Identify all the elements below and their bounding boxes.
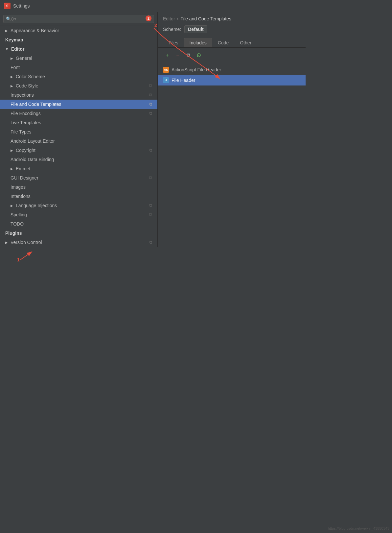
arrow-icon: ▶ — [11, 57, 13, 60]
copy-icon: ⧉ — [149, 175, 152, 181]
list-item[interactable]: AS ActionScript File Header — [158, 64, 306, 75]
nav-label: Keymap — [5, 37, 23, 42]
copy-icon: ⧉ — [149, 92, 152, 98]
nav-item-android-layout-editor[interactable]: Android Layout Editor — [0, 136, 157, 146]
scheme-label: Scheme: — [163, 27, 181, 32]
add-button[interactable]: + — [163, 51, 172, 60]
nav-item-editor[interactable]: ▼ Editor — [0, 44, 157, 54]
nav-label: Intentions — [11, 194, 31, 199]
copy-icon: ⧉ — [149, 102, 152, 107]
arrow-icon: ▶ — [5, 29, 8, 33]
remove-button[interactable]: − — [173, 51, 182, 60]
tab-includes[interactable]: Includes — [184, 38, 212, 47]
nav-item-file-types[interactable]: File Types — [0, 127, 157, 136]
badge-2: 2 — [146, 15, 151, 21]
svg-line-2 — [20, 252, 32, 260]
nav-item-color-scheme[interactable]: ▶ Color Scheme — [0, 72, 157, 81]
nav-label: General — [16, 56, 32, 61]
java-icon: J — [163, 77, 169, 83]
breadcrumb-parent: Editor — [163, 16, 175, 21]
nav-label: File and Code Templates — [11, 102, 61, 107]
arrow-icon: ▼ — [5, 47, 9, 51]
nav-item-copyright[interactable]: ▶ Copyright ⧉ — [0, 146, 157, 155]
nav-label: Font — [11, 65, 20, 70]
nav-item-spelling[interactable]: Spelling ⧉ — [0, 210, 157, 219]
copy-icon: ⧉ — [149, 212, 152, 217]
nav-label: GUI Designer — [11, 175, 38, 181]
window-title: Settings — [13, 3, 30, 9]
right-panel: Editor › File and Code Templates Scheme:… — [158, 12, 306, 247]
list-item-selected[interactable]: J File Header — [158, 75, 306, 85]
nav-item-file-code-templates[interactable]: File and Code Templates ⧉ — [0, 100, 157, 109]
nav-label: Plugins — [5, 230, 22, 236]
nav-item-keymap[interactable]: Keymap — [0, 35, 157, 44]
search-icon: 🔍 — [6, 16, 11, 21]
nav-label: Appearance & Behavior — [11, 28, 59, 33]
breadcrumb-separator: › — [177, 16, 179, 21]
nav-label: Copyright — [16, 148, 35, 153]
copy-icon: ⧉ — [149, 111, 152, 116]
search-bar: 🔍 2 — [0, 12, 157, 26]
copy-icon: ⧉ — [149, 83, 152, 88]
title-bar: S Settings — [0, 0, 306, 12]
scheme-value[interactable]: Default — [184, 25, 207, 33]
nav-label: Android Layout Editor — [11, 138, 55, 144]
nav-item-appearance[interactable]: ▶ Appearance & Behavior — [0, 26, 157, 35]
svg-text:1: 1 — [17, 257, 20, 262]
reset-button[interactable] — [195, 51, 203, 60]
arrow-icon: ▶ — [11, 75, 13, 79]
app-icon: S — [4, 3, 11, 9]
arrow-icon: ▶ — [5, 241, 8, 244]
copy-icon: ⧉ — [149, 148, 152, 153]
nav-label: Inspections — [11, 92, 34, 98]
copy-template-button[interactable]: ⧉ — [184, 51, 193, 60]
nav-item-gui-designer[interactable]: GUI Designer ⧉ — [0, 173, 157, 182]
file-item-label: File Header — [172, 78, 195, 83]
nav-label: Emmet — [16, 166, 30, 171]
search-input[interactable] — [3, 15, 154, 23]
settings-sidebar: 🔍 2 ▶ Appearance & Behavior Keymap ▼ Edi… — [0, 12, 158, 247]
nav-item-images[interactable]: Images — [0, 182, 157, 192]
arrow-icon: ▶ — [11, 84, 13, 88]
nav-label: File Types — [11, 129, 32, 134]
tab-code[interactable]: Code — [212, 38, 234, 47]
nav-label: Live Templates — [11, 120, 41, 125]
nav-item-font[interactable]: Font — [0, 63, 157, 72]
reset-icon — [196, 53, 201, 58]
nav-item-version-control[interactable]: ▶ Version Control ⧉ — [0, 238, 157, 247]
nav-item-inspections[interactable]: Inspections ⧉ — [0, 90, 157, 100]
copy-icon: ⧉ — [149, 203, 152, 208]
nav-label: Spelling — [11, 212, 27, 217]
nav-item-file-encodings[interactable]: File Encodings ⧉ — [0, 109, 157, 118]
nav-item-code-style[interactable]: ▶ Code Style ⧉ — [0, 81, 157, 90]
breadcrumb: Editor › File and Code Templates — [158, 12, 306, 23]
nav-item-android-data-binding[interactable]: Android Data Binding — [0, 155, 157, 164]
arrow-icon: ▶ — [11, 167, 13, 171]
nav-item-intentions[interactable]: Intentions — [0, 192, 157, 201]
nav-label: Editor — [11, 46, 24, 52]
template-file-list: AS ActionScript File Header J File Heade… — [158, 63, 306, 87]
nav-label: Code Style — [16, 83, 38, 88]
nav-item-language-injections[interactable]: ▶ Language Injections ⧉ — [0, 201, 157, 210]
arrow-icon: ▶ — [11, 204, 13, 207]
nav-item-live-templates[interactable]: Live Templates — [0, 118, 157, 127]
nav-item-todo[interactable]: TODO — [0, 219, 157, 229]
breadcrumb-current: File and Code Templates — [180, 16, 231, 21]
nav-label: Android Data Binding — [11, 157, 54, 162]
scheme-row: Scheme: Default — [158, 23, 306, 36]
nav-label: TODO — [11, 221, 24, 227]
arrow-icon: ▶ — [11, 149, 13, 152]
actionscript-icon: AS — [163, 67, 169, 73]
nav-label: Images — [11, 184, 26, 190]
nav-item-plugins[interactable]: Plugins — [0, 229, 157, 238]
nav-item-emmet[interactable]: ▶ Emmet — [0, 164, 157, 173]
nav-label: Version Control — [11, 240, 42, 245]
tab-other[interactable]: Other — [234, 38, 257, 47]
nav-label: Language Injections — [16, 203, 57, 208]
nav-label: Color Scheme — [16, 74, 45, 79]
file-item-label: ActionScript File Header — [172, 67, 221, 72]
tab-files[interactable]: Files — [163, 38, 184, 47]
tabs-row: Files Includes Code Other — [158, 36, 306, 48]
nav-item-general[interactable]: ▶ General — [0, 54, 157, 63]
file-list-toolbar: + − ⧉ — [158, 48, 306, 63]
